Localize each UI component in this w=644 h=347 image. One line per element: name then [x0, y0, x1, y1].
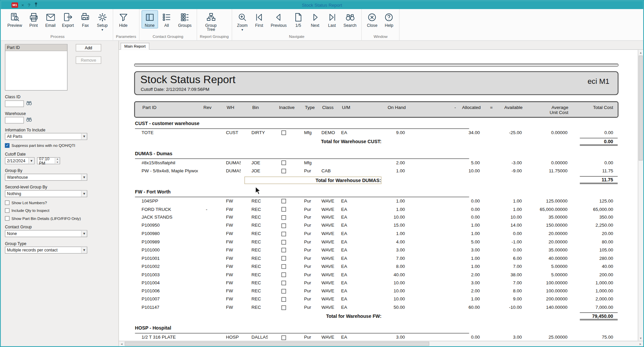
inactive-checkbox[interactable]	[281, 265, 286, 269]
last-icon	[327, 12, 337, 23]
inactive-checkbox[interactable]	[281, 161, 286, 165]
warehouse-lookup-icon[interactable]	[26, 116, 32, 123]
fax-button[interactable]: Fax	[77, 10, 94, 28]
column-header: Inactive	[269, 105, 300, 115]
inactive-checkbox[interactable]	[281, 256, 286, 261]
email-button[interactable]: Email	[42, 10, 59, 28]
group-total-label[interactable]: Total for Warehouse DUMAS:	[244, 176, 382, 184]
cutoff-date-value: 2/12/2024	[7, 159, 25, 163]
export-icon	[63, 12, 73, 23]
all-button[interactable]: All	[158, 10, 175, 28]
report-header-bar	[134, 63, 619, 67]
close-button[interactable]: Close	[364, 10, 380, 28]
report-title-box[interactable]: Stock Status Report Cutoff Date: 2/12/20…	[134, 71, 619, 95]
preview-button[interactable]: Preview	[5, 10, 25, 28]
second-group-select[interactable]: Nothing ▼	[5, 190, 87, 197]
column-header: Part ID	[136, 105, 199, 115]
inactive-checkbox[interactable]	[281, 169, 286, 174]
group-type-select[interactable]: Multiple records per contact ▼	[5, 246, 87, 253]
contact-group-label: Contact Group	[5, 225, 115, 229]
help-button[interactable]: Help	[381, 10, 397, 28]
zoom-button[interactable]: Zoom▾	[234, 10, 250, 33]
table-row: P101001FWRECPurWAVEEA7.001.006.0040.0000…	[135, 254, 618, 263]
main-area: Part ID Add Remove Class ID Warehouse	[1, 41, 643, 346]
table-row: P101007FWRECPurWAVEEA10.001.009.00200.00…	[135, 295, 618, 303]
inactive-checkbox[interactable]	[281, 305, 286, 310]
info-include-select[interactable]: All Parts ▼	[5, 133, 87, 140]
report-canvas: Stock Status Report Cutoff Date: 2/12/20…	[119, 50, 643, 341]
inactive-checkbox[interactable]	[281, 297, 286, 302]
class-id-input[interactable]	[5, 100, 24, 107]
show-lot-checkbox[interactable]	[5, 200, 10, 205]
suppress-bins-checkbox[interactable]	[5, 143, 10, 148]
horizontal-scroll-thumb[interactable]	[125, 342, 429, 346]
tab-main-report[interactable]: Main Report	[121, 43, 150, 50]
part-id-cell: P100980	[135, 230, 198, 238]
report-group: CUST - customer warehouseTOTECUSTDIRTYMf…	[134, 121, 619, 148]
inactive-checkbox[interactable]	[281, 199, 286, 204]
inactive-checkbox[interactable]	[281, 131, 286, 135]
cutoff-date-select[interactable]: 2/12/2024 ▼	[5, 157, 35, 164]
next-button[interactable]: Next	[307, 10, 323, 28]
ribbon-group: HideParameters	[113, 9, 139, 40]
group-total-row: Total for Warehouse CUST:0.00	[134, 137, 619, 148]
none-button[interactable]: None	[141, 10, 158, 28]
scroll-down-icon[interactable]: ▼	[638, 336, 643, 341]
scroll-left-icon[interactable]: ◄	[119, 341, 124, 346]
group-by-select[interactable]: Warehouse ▼	[5, 174, 87, 181]
vertical-scrollbar[interactable]: ▲ ▼	[638, 50, 643, 341]
previous-icon	[273, 12, 284, 23]
groups-button[interactable]: Groups	[175, 10, 194, 28]
add-button[interactable]: Add	[76, 44, 101, 51]
hide-button[interactable]: Hide	[115, 10, 131, 28]
inactive-checkbox[interactable]	[281, 248, 286, 253]
part-id-cell: P100950	[135, 222, 198, 230]
contact-group-select[interactable]: None ▼	[5, 230, 87, 237]
remove-button[interactable]: Remove	[76, 56, 101, 64]
inactive-checkbox[interactable]	[281, 207, 286, 212]
search-icon	[345, 12, 355, 23]
column-header: Bin	[242, 105, 269, 115]
include-qty-checkbox[interactable]	[5, 208, 10, 213]
inactive-checkbox[interactable]	[281, 240, 286, 244]
column-header: WH	[216, 105, 241, 115]
scroll-up-icon[interactable]: ▲	[638, 50, 643, 55]
print-button[interactable]: Print	[25, 10, 42, 28]
group-tree-button[interactable]: Group Tree	[199, 10, 223, 33]
group-by-label: Group By	[5, 168, 115, 173]
part-id-listbox[interactable]: Part ID	[5, 44, 68, 91]
horizontal-scrollbar[interactable]: ◄ ►	[119, 341, 643, 346]
ribbon-group-label: Window	[364, 33, 397, 40]
group-total-row: Total for Warehouse DUMAS:11.75	[134, 175, 619, 186]
warehouse-input[interactable]	[5, 117, 24, 123]
class-id-lookup-icon[interactable]	[26, 100, 32, 107]
inactive-checkbox[interactable]	[281, 273, 286, 277]
inactive-checkbox[interactable]	[281, 281, 286, 285]
scroll-right-icon[interactable]: ►	[638, 341, 643, 346]
setup-button[interactable]: Setup▾	[94, 10, 110, 33]
last-button[interactable]: Last	[324, 10, 340, 28]
page-icon	[293, 12, 304, 23]
inactive-checkbox[interactable]	[281, 232, 286, 236]
table-row: P101147FWRECPurWAVEEA50.0060.00-10.00140…	[135, 303, 618, 311]
inactive-checkbox[interactable]	[281, 215, 286, 220]
group-header: DUMAS - Dumas	[134, 151, 619, 159]
inactive-checkbox[interactable]	[281, 223, 286, 228]
first-icon	[254, 12, 265, 23]
grouptree-icon	[206, 12, 216, 23]
cutoff-time-spinner[interactable]: 07:10 PM ▲▼	[37, 157, 60, 164]
column-header: AverageUnit Cost	[524, 105, 570, 115]
report-group: FW - Fort Worth104SPPFWRECPurWAVEEA1.000…	[134, 189, 619, 322]
previous-button[interactable]: Previous	[268, 10, 290, 28]
group-type-value: Multiple records per contact	[7, 248, 58, 252]
bin-details-checkbox[interactable]	[5, 216, 10, 221]
first-button[interactable]: First	[251, 10, 267, 28]
vertical-scroll-thumb[interactable]	[639, 56, 643, 161]
export-button[interactable]: Export	[59, 10, 77, 28]
1-5-button[interactable]: 1/5	[290, 10, 306, 28]
inactive-checkbox[interactable]	[281, 289, 286, 294]
inactive-checkbox[interactable]	[281, 335, 286, 340]
report-cutoff-line: Cutoff Date: 2/12/2024 7:09:56PM	[141, 87, 210, 92]
time-spinner-icon[interactable]: ▲▼	[55, 158, 60, 164]
search-button[interactable]: Search	[341, 10, 359, 28]
